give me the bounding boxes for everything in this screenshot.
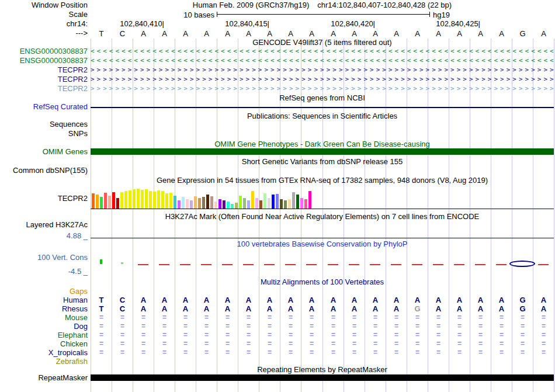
genome-browser-image[interactable]: Window Position Human Feb. 2009 (GRCh37/… [0,0,555,392]
gtex-expression-bar[interactable] [96,195,99,209]
gtex-expression-bar[interactable] [108,196,111,209]
multiz-species-label-rhesus[interactable]: Rhesus [0,304,88,313]
gtex-expression-bar[interactable] [149,191,152,209]
gtex-expression-bar[interactable] [235,203,238,209]
gtex-expression-bar[interactable] [133,189,136,209]
gtex-expression-bar[interactable] [231,204,234,209]
gtex-expression-bar[interactable] [210,196,213,209]
gene-item-label[interactable]: ENSG00000308837 [0,57,88,65]
multiz-species-label-dog[interactable]: Dog [0,322,88,331]
common-dbsnp-label[interactable]: Common dbSNP(155) [0,166,88,175]
gtex-expression-bar[interactable] [239,196,242,209]
gtex-expression-bar[interactable] [259,200,262,209]
gtex-expression-bar[interactable] [92,193,95,209]
gtex-expression-bar[interactable] [145,189,148,209]
gtex-expression-bar[interactable] [268,198,270,209]
gtex-expression-bar[interactable] [182,197,185,209]
gtex-expression-bar[interactable] [165,193,168,209]
multiz-species-label-human[interactable]: Human [0,296,88,304]
gtex-expression-bar[interactable] [247,200,250,209]
gtex-expression-bar[interactable] [141,190,144,209]
gtex-expression-bar[interactable] [120,192,123,209]
gtex-expression-bar[interactable] [227,202,230,209]
gtex-expression-bar[interactable] [100,197,103,209]
gtex-expression-bar[interactable] [296,195,299,209]
gtex-expression-bar[interactable] [104,193,107,209]
multiz-species-label-x-tropicalis[interactable]: X_tropicalis [0,348,88,357]
gtex-expression-bar[interactable] [202,197,205,209]
gene-item-line[interactable]: >>>>>>>>>>>>>>>>>>>>>>>>>>>>>>>>>>>>>>>>… [91,85,554,93]
gtex-expression-bar[interactable] [194,196,197,209]
gtex-expression-bar[interactable] [272,195,275,209]
multiz-species-label-zebrafish[interactable]: Zebrafish [0,357,88,366]
gtex-expression-bar[interactable] [116,198,119,209]
gtex-gene-label[interactable]: TECPR2 [0,195,88,203]
gene-item-line[interactable]: >>>>>>>>>>>>>>>>>>>>>>>>>>>>>>>>>>>>>>>>… [91,66,554,74]
gtex-expression-bar[interactable] [178,200,181,209]
phylop-negative-dash [412,264,422,265]
gtex-expression-bar[interactable] [308,191,311,209]
gtex-expression-bar[interactable] [284,200,287,209]
alignment-base: G [407,304,428,313]
repeatmasker-bar[interactable] [91,374,554,381]
gene-item-label[interactable]: TECPR2 [0,85,88,93]
gtex-expression-bar[interactable] [223,200,226,209]
phylop-negative-dash [243,264,254,265]
gtex-expression-bar[interactable] [112,192,115,209]
gtex-expression-bar[interactable] [129,190,131,209]
gtex-expression-bar[interactable] [161,191,164,209]
gtex-expression-bar[interactable] [243,198,246,209]
repeatmasker-label[interactable]: RepeatMasker [0,374,88,382]
gtex-expression-bar[interactable] [169,193,172,209]
sequences-label[interactable]: Sequences [0,120,88,129]
gtex-expression-bar[interactable] [174,196,176,209]
alignment-gap: = [344,313,365,322]
gtex-expression-bar[interactable] [206,195,209,209]
gtex-expression-bar[interactable] [190,200,193,209]
refseq-gene-line[interactable] [91,107,554,108]
gtex-expression-bar[interactable] [198,198,201,209]
snps-label[interactable]: SNPs [0,130,88,138]
alignment-gap: = [365,322,386,331]
multiz-species-label-elephant[interactable]: Elephant [0,331,88,339]
gtex-expression-bar[interactable] [251,191,254,209]
gtex-expression-bar[interactable] [280,199,283,209]
refseq-curated-label[interactable]: RefSeq Curated [0,103,88,111]
gtex-expression-bar[interactable] [292,192,295,209]
gtex-expression-bar[interactable] [288,199,291,209]
omim-genes-label[interactable]: OMIM Genes [0,148,88,156]
alignment-gap: = [259,331,280,339]
gene-item-label[interactable]: ENSG00000308837 [0,47,88,55]
alignment-gap: = [386,331,407,339]
gtex-expression-bar[interactable] [218,199,221,209]
alignment-gap: = [386,348,407,357]
layered-h3k27ac-label[interactable]: Layered H3K27Ac [0,221,88,229]
gtex-expression-bar[interactable] [124,191,127,209]
multiz-species-label-gaps[interactable]: Gaps [0,287,88,296]
alignment-gap: = [280,348,301,357]
gtex-expression-bar[interactable] [300,198,303,209]
gtex-expression-bar[interactable] [153,192,156,209]
gtex-expression-bar[interactable] [263,193,266,209]
gtex-expression-bar[interactable] [255,198,258,209]
multiz-species-label-mouse[interactable]: Mouse [0,313,88,322]
alignment-gap: = [112,331,133,339]
gene-item-label[interactable]: TECPR2 [0,66,88,74]
omim-gene-bar[interactable] [91,148,554,155]
gene-item-line[interactable]: >>>>>>>>>>>>>>>>>>>>>>>>>>>>>>>>>>>>>>>>… [91,75,554,84]
gene-item-label[interactable]: TECPR2 [0,75,88,84]
alignment-gap: = [491,331,512,339]
gtex-expression-bar[interactable] [276,194,279,209]
gtex-expression-bar[interactable] [157,190,160,209]
gtex-expression-bar[interactable] [214,202,217,209]
gtex-expression-bar[interactable] [186,199,189,209]
alignment-base: A [259,304,280,313]
chrom-label: chr14: [0,20,88,28]
alignment-base: A [301,304,322,313]
gtex-expression-bar[interactable] [304,199,307,209]
gtex-expression-bar[interactable] [137,189,140,209]
conservation-track-label[interactable]: 100 Vert. Cons [0,254,88,262]
multiz-species-label-chicken[interactable]: Chicken [0,339,88,348]
gene-item-line[interactable]: <<<<<<<<<<<<<<<<<<<<<<<<<<<<<<<<<<<<<<<<… [91,57,554,65]
gene-item-line[interactable]: <<<<<<<<<<<<<<<<<<<<<<<<<<<<<<<<<<<<<<<<… [91,47,554,55]
